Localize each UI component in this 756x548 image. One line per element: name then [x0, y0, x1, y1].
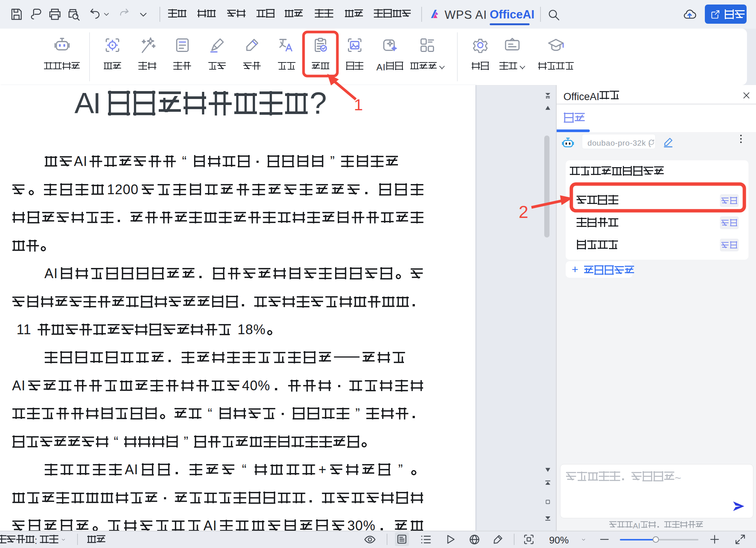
- svg-text:1: 1: [354, 96, 363, 114]
- svg-text:2: 2: [519, 202, 528, 222]
